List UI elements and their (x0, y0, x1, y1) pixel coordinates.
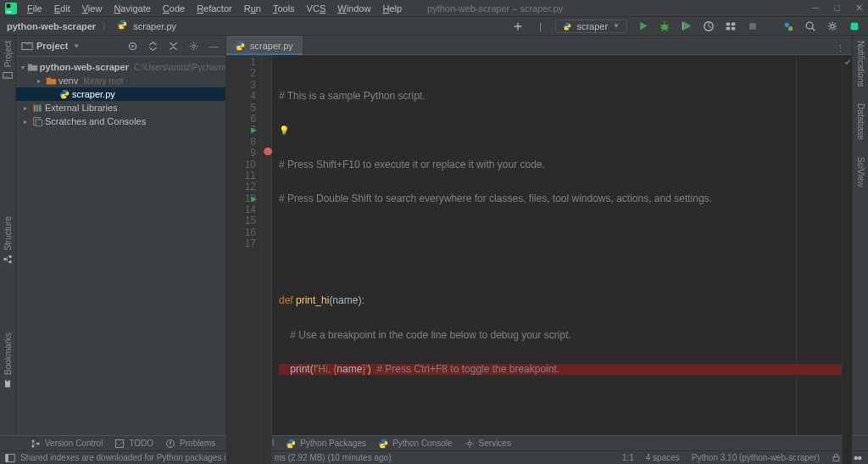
tree-root[interactable]: ▾ python-web-scraper C:\Users\antoz\Pych… (16, 60, 225, 74)
svg-point-13 (806, 22, 813, 29)
rail-sciview[interactable]: SciView (856, 157, 865, 187)
expand-all-icon[interactable] (146, 39, 159, 53)
debug-button[interactable] (658, 20, 671, 33)
run-button[interactable] (636, 20, 649, 33)
line-number-gutter[interactable]: 123456 7▶ 89101112 13▶ 14151617 (226, 55, 262, 464)
folder-icon (27, 62, 38, 73)
config-separator: | (533, 20, 547, 33)
code-editor[interactable]: 123456 7▶ 89101112 13▶ 14151617 # This i… (226, 55, 852, 464)
settings-icon[interactable] (826, 20, 839, 33)
svg-rect-6 (726, 22, 730, 25)
collapse-all-icon[interactable] (166, 39, 180, 53)
tree-external-libraries[interactable]: ▸ External Libraries (16, 101, 225, 115)
svg-rect-37 (6, 454, 8, 461)
tool-settings-icon[interactable] (186, 39, 200, 53)
add-config-icon[interactable] (511, 20, 525, 33)
rail-database[interactable]: Database (856, 103, 865, 140)
run-configuration-selector[interactable]: scraper ▼ (555, 20, 627, 33)
run-gutter-icon[interactable]: ▶ (251, 125, 257, 136)
error-stripe[interactable]: ✔ (842, 55, 852, 464)
ide-update-icon[interactable] (848, 20, 861, 33)
rail-project[interactable]: Project (3, 41, 13, 81)
maximize-button[interactable]: □ (834, 3, 840, 14)
profile-button[interactable] (702, 20, 715, 33)
right-tool-rail: Notifications Database SciView (852, 36, 868, 435)
scratch-icon (31, 116, 43, 127)
svg-point-30 (32, 444, 35, 447)
menu-edit[interactable]: Edit (49, 2, 75, 15)
tool-problems[interactable]: Problems (165, 439, 215, 449)
menu-code[interactable]: Code (158, 2, 190, 15)
tool-version-control[interactable]: Version Control (31, 439, 103, 449)
breakpoint-gutter[interactable] (262, 55, 272, 464)
menu-help[interactable]: Help (377, 2, 407, 15)
svg-point-11 (785, 22, 789, 26)
svg-rect-25 (36, 104, 37, 111)
tab-more-icon[interactable]: ⋮ (829, 43, 852, 54)
breadcrumb-root[interactable]: python-web-scraper (7, 21, 96, 31)
tree-file-scraper[interactable]: scraper.py (16, 87, 225, 101)
app-icon (5, 3, 17, 14)
menu-vcs[interactable]: VCS (302, 2, 331, 15)
select-opened-file-icon[interactable] (125, 39, 139, 53)
minimize-button[interactable]: ─ (813, 3, 820, 14)
svg-rect-24 (33, 104, 35, 111)
project-view-selector[interactable]: Project▼ (21, 40, 80, 52)
svg-rect-8 (726, 26, 730, 30)
breadcrumb: python-web-scraper 〉 scraper.py (7, 20, 176, 33)
svg-point-3 (662, 24, 668, 30)
toolwindow-toggle-icon[interactable] (5, 453, 15, 463)
project-tree[interactable]: ▾ python-web-scraper C:\Users\antoz\Pych… (16, 57, 225, 131)
library-icon (31, 103, 43, 114)
svg-rect-18 (9, 255, 12, 258)
breadcrumb-file[interactable]: scraper.py (133, 21, 176, 31)
menu-run[interactable]: Run (239, 2, 266, 15)
svg-point-29 (32, 439, 35, 442)
menu-view[interactable]: View (77, 2, 108, 15)
tool-todo[interactable]: TODO (114, 439, 153, 449)
python-file-icon (58, 89, 70, 99)
svg-point-40 (858, 456, 862, 460)
menu-tools[interactable]: Tools (268, 2, 300, 15)
editor-tab-bar: scraper.py ⋮ (226, 36, 852, 55)
svg-point-14 (831, 24, 834, 27)
python-file-icon (117, 21, 133, 31)
run-gutter-icon[interactable]: ▶ (251, 193, 257, 204)
stop-button[interactable] (746, 20, 760, 33)
coverage-button[interactable] (680, 20, 693, 33)
hide-tool-icon[interactable]: — (207, 39, 220, 53)
menu-file[interactable]: FFileile (22, 2, 47, 15)
navigation-bar: python-web-scraper 〉 scraper.py | scrape… (0, 17, 868, 36)
tree-venv[interactable]: ▸ venv library root (16, 74, 225, 87)
menu-window[interactable]: Window (332, 2, 376, 15)
svg-rect-17 (9, 260, 12, 263)
right-margin-line (796, 55, 797, 464)
svg-rect-15 (851, 22, 859, 30)
menu-navigate[interactable]: Navigate (108, 2, 155, 15)
svg-rect-4 (682, 22, 683, 31)
inspection-ok-icon[interactable]: ✔ (843, 55, 852, 68)
svg-rect-1 (7, 3, 10, 7)
concurrency-button[interactable] (724, 20, 737, 33)
menu-bar: FFileile Edit View Navigate Code Refacto… (22, 2, 407, 15)
intention-bulb-icon[interactable]: 💡 (279, 126, 289, 135)
close-button[interactable]: ✕ (855, 3, 863, 14)
svg-point-39 (854, 456, 859, 460)
code-content[interactable]: # This is a sample Python script. 💡 # Pr… (272, 55, 842, 464)
editor-tab-active[interactable]: scraper.py (226, 36, 303, 54)
tree-scratches[interactable]: ▸ Scratches and Consoles (16, 115, 225, 128)
title-bar: FFileile Edit View Navigate Code Refacto… (0, 0, 868, 17)
folder-icon (45, 75, 57, 87)
rail-notifications[interactable]: Notifications (856, 41, 865, 87)
code-with-me-icon[interactable] (782, 20, 795, 33)
rail-bookmarks[interactable]: Bookmarks (3, 333, 13, 389)
svg-rect-19 (4, 258, 7, 260)
search-everywhere-icon[interactable] (804, 20, 817, 33)
svg-point-23 (192, 44, 194, 47)
ide-status-icon[interactable] (853, 453, 863, 463)
project-tool-window: Project▼ — ▾ python-web-scraper C:\Users… (16, 36, 226, 435)
rail-structure[interactable]: Structure (3, 216, 13, 265)
svg-rect-2 (7, 11, 11, 12)
menu-refactor[interactable]: Refactor (192, 2, 237, 15)
window-title: python-web-scraper – scraper.py (407, 3, 813, 14)
